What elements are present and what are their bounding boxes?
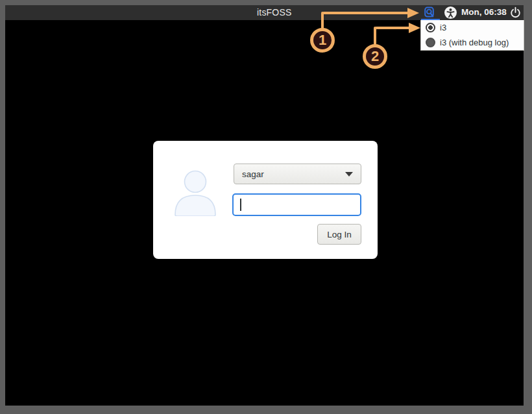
power-menu-button[interactable] [509,6,522,19]
annotation-step-1-number: 1 [319,32,326,49]
login-dialog: sagar Log In [153,141,378,259]
accessibility-menu-button[interactable] [444,6,457,19]
session-option-label: i3 [440,23,446,32]
screenshot-frame: itsFOSS Mon, 06:38 [0,0,532,414]
password-input[interactable] [232,193,361,216]
accessibility-icon [444,6,457,19]
annotation-arrow-2-line [375,27,410,29]
session-option-label: i3 (with debug log) [440,38,509,47]
session-badge-icon [424,6,435,18]
session-selector-button[interactable] [424,6,435,18]
annotation-arrow-2-stem [374,27,376,45]
chevron-down-icon [345,172,353,177]
user-avatar [173,165,218,219]
hostname-label: itsFOSS [257,7,292,18]
radio-selected-icon [426,23,435,32]
radio-unselected-icon [426,38,435,47]
session-menu-item-i3[interactable]: i3 [421,20,524,35]
power-icon [509,6,522,19]
annotation-step-2-number: 2 [371,48,379,65]
username-selected-value: sagar [242,169,345,179]
session-menu-item-i3-debug[interactable]: i3 (with debug log) [421,35,524,50]
login-button[interactable]: Log In [317,224,361,245]
session-menu: i3 i3 (with debug log) [420,20,524,51]
annotation-arrow-1-line [322,12,409,14]
annotation-step-1-badge: 1 [310,28,335,53]
annotation-arrow-1-stem [321,12,324,30]
clock-label[interactable]: Mon, 06:38 [461,7,507,17]
desktop-background: itsFOSS Mon, 06:38 [5,5,524,406]
username-dropdown[interactable]: sagar [234,164,361,184]
annotation-step-2-badge: 2 [363,44,387,69]
user-avatar-icon [173,165,218,216]
annotation-arrow-1-head [407,8,419,18]
annotation-arrow-2-head [409,23,420,33]
top-bar: itsFOSS Mon, 06:38 [5,5,524,20]
